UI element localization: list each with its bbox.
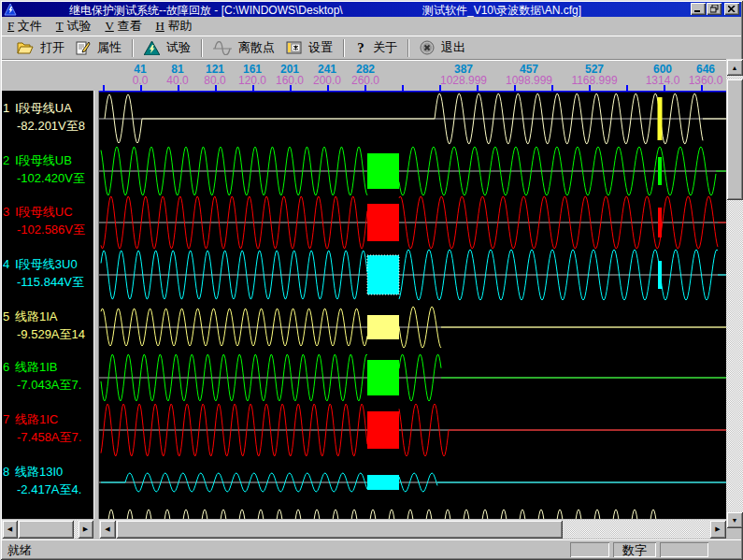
discrete-points-icon <box>213 41 232 55</box>
menu-view[interactable]: V 查看 <box>99 16 150 36</box>
ruler-time-label: 1028.999 <box>440 74 487 87</box>
titlebar: 继电保护测试系统--故障回放 - [C:\WINDOWS\Desktop\ 测试… <box>2 2 741 17</box>
channel-number: 5 <box>3 308 9 325</box>
ruler-time-label: 1360.0 <box>689 74 723 87</box>
toolbar-separator <box>343 39 345 57</box>
menu-help[interactable]: H 帮助 <box>150 16 200 36</box>
minimize-button[interactable] <box>691 3 706 15</box>
settings-button[interactable]: 设置 <box>280 37 338 59</box>
status-panel-blank1 <box>570 542 609 557</box>
menubar: F 文件 T 试验 V 查看 H 帮助 <box>2 17 741 36</box>
properties-icon <box>76 41 91 55</box>
fault-burst-block <box>367 315 399 339</box>
close-button[interactable] <box>724 3 739 15</box>
arrow-right-icon: ▶ <box>83 525 88 533</box>
restore-button[interactable] <box>707 3 722 15</box>
fault-burst-block <box>367 475 399 490</box>
vertical-scrollbar: ▲ ▼ <box>726 59 743 528</box>
labels-scroll-right-button[interactable]: ▶ <box>78 520 93 538</box>
menu-test[interactable]: T 试验 <box>50 16 100 36</box>
properties-button[interactable]: 属性 <box>70 37 127 59</box>
scroll-left-button[interactable]: ◀ <box>99 520 116 538</box>
ruler-time-label: 1168.999 <box>571 74 617 87</box>
channel-number: 6 <box>3 358 9 376</box>
scroll-up-button[interactable]: ▲ <box>726 59 743 76</box>
fault-burst-block <box>367 153 399 189</box>
arrow-right-icon: ▶ <box>715 525 720 533</box>
scroll-right-button[interactable]: ▶ <box>709 520 726 538</box>
test-bolt-icon <box>144 41 160 55</box>
window-title-path: 测试软件_V10\录波数据\AN.cfg] <box>422 3 581 17</box>
status-ready-text: 就绪 <box>7 542 32 559</box>
waveform-plot <box>99 91 726 519</box>
channel-range: -9.529A至14 <box>17 325 85 343</box>
channel-label: 8线路13I0-2.417A至4. <box>2 463 93 498</box>
channel-number: 7 <box>3 410 9 428</box>
ruler-time-label: 1314.0 <box>646 74 680 87</box>
channel-name: 线路1IC <box>15 410 58 428</box>
toolbar-separator <box>132 39 134 57</box>
about-button[interactable]: ? 关于 <box>350 37 403 59</box>
status-panel-blank2 <box>660 542 708 557</box>
channel-range: -2.417A至4. <box>17 481 81 498</box>
exit-button[interactable]: 退出 <box>414 37 471 59</box>
channel-number: 3 <box>3 203 9 221</box>
channel-range: -102.586V至 <box>17 221 85 238</box>
arrow-up-icon: ▲ <box>732 65 738 71</box>
channel-range: -7.458A至7. <box>17 428 81 446</box>
app-logo-icon <box>4 4 17 16</box>
channel-label: 2Ⅰ段母线UB-102.420V至 <box>2 151 93 187</box>
toolbar-separator <box>201 39 203 57</box>
channel-label: 3Ⅰ段母线UC-102.586V至 <box>2 203 93 238</box>
channel-label: 1Ⅰ段母线UA-82.201V至8 <box>2 99 93 135</box>
channel-label: 5线路1IA-9.529A至14 <box>2 308 93 343</box>
waveform-pane[interactable] <box>99 91 726 519</box>
cursor-marker <box>658 208 662 237</box>
labels-scroll-left-button[interactable]: ◀ <box>2 520 18 538</box>
channel-range: -102.420V至 <box>17 169 85 187</box>
channel-name: 线路1IA <box>15 308 58 325</box>
test-button[interactable]: 试验 <box>138 37 196 59</box>
channel-label: 7线路1IC-7.458A至7. <box>2 410 93 446</box>
arrow-left-icon: ◀ <box>105 525 109 533</box>
waveform-horizontal-scrollbar: ◀ ▶ <box>99 520 726 538</box>
settings-icon <box>286 41 302 54</box>
window-title: 继电保护测试系统--故障回放 - [C:\WINDOWS\Desktop\ <box>69 3 343 17</box>
menu-file[interactable]: F 文件 <box>2 16 50 36</box>
open-button[interactable]: 打开 <box>11 37 70 59</box>
channel-name: Ⅰ段母线3U0 <box>15 255 78 273</box>
scroll-down-button[interactable]: ▼ <box>726 511 743 528</box>
statusbar: 就绪 数字 <box>2 539 741 558</box>
ruler: 410.08140.012180.0161120.0201160.0241200… <box>2 59 726 91</box>
channel-name: 线路1IB <box>15 358 58 376</box>
svg-text:?: ? <box>357 40 364 55</box>
cursor-marker <box>658 261 662 289</box>
toolbar-separator <box>407 39 409 57</box>
open-folder-icon <box>17 41 34 54</box>
channel-number: 8 <box>3 463 9 481</box>
arrow-down-icon: ▼ <box>732 517 738 524</box>
toolbar: 打开 属性 试验 离散点 <box>2 36 741 59</box>
labels-horizontal-scrollbar: ◀ ▶ <box>2 520 93 538</box>
status-num-indicator: 数字 <box>613 542 656 557</box>
channel-range: -115.844V至 <box>17 273 84 291</box>
channel-range: -7.043A至7. <box>17 376 81 394</box>
fault-burst-block <box>367 204 399 241</box>
ruler-time-label: 1098.999 <box>506 74 552 87</box>
minimize-icon <box>694 6 702 12</box>
cursor-marker <box>658 157 662 185</box>
channel-label: 6线路1IB-7.043A至7. <box>2 358 93 394</box>
labels-scrollbar-thumb[interactable] <box>18 520 74 538</box>
arrow-left-icon: ◀ <box>7 525 12 533</box>
close-icon <box>728 6 736 12</box>
axis-line <box>99 91 726 93</box>
waveform-trace <box>107 510 656 519</box>
fault-burst-block <box>367 411 399 449</box>
channel-name: Ⅰ段母线UB <box>15 151 72 169</box>
discrete-points-button[interactable]: 离散点 <box>207 37 280 59</box>
channel-number: 2 <box>3 151 9 169</box>
channel-label: 4Ⅰ段母线3U0-115.844V至 <box>2 255 93 291</box>
channel-name: Ⅰ段母线UA <box>15 99 72 117</box>
horizontal-scrollbar-thumb[interactable] <box>116 520 563 538</box>
vertical-scrollbar-thumb[interactable] <box>726 79 743 200</box>
